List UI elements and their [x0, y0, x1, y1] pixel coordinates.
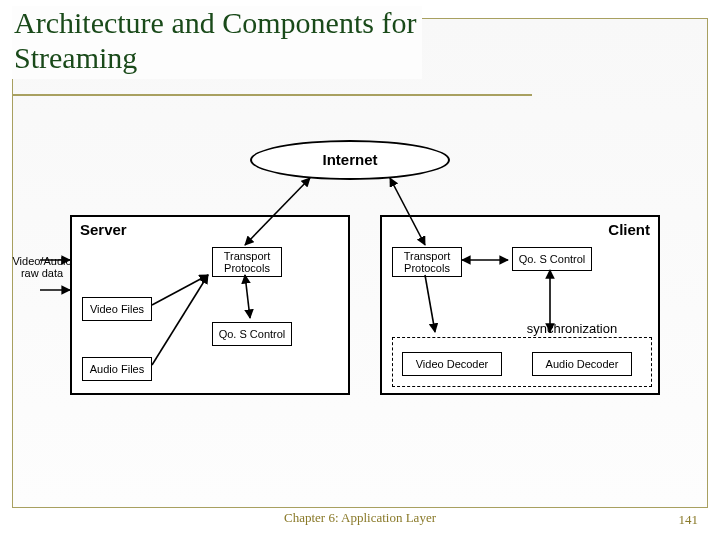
video-decoder-box: Video Decoder [402, 352, 502, 376]
video-files-box: Video Files [82, 297, 152, 321]
page-number: 141 [679, 512, 699, 528]
client-qos-box: Qo. S Control [512, 247, 592, 271]
internet-node: Internet [250, 140, 450, 180]
server-qos-box: Qo. S Control [212, 322, 292, 346]
title-box: Architecture and Components for Streamin… [12, 6, 422, 79]
raw-data-label-l1: Video/Audio [12, 255, 71, 267]
server-box: Server Video Files Audio Files Transport… [70, 215, 350, 395]
title-underline [12, 94, 532, 96]
audio-files-box: Audio Files [82, 357, 152, 381]
server-transport-box: Transport Protocols [212, 247, 282, 277]
slide-title-line-1: Architecture and Components for [14, 6, 416, 41]
sync-label: synchronization [512, 322, 632, 336]
slide-title-line-2: Streaming [14, 41, 416, 76]
client-box: Client Transport Protocols Qo. S Control… [380, 215, 660, 395]
architecture-diagram: Internet Server Video Files Audio Files … [40, 140, 660, 420]
client-title: Client [608, 221, 650, 238]
audio-decoder-box: Audio Decoder [532, 352, 632, 376]
raw-data-label-l2: raw data [21, 267, 63, 279]
footer-text: Chapter 6: Application Layer [0, 510, 720, 526]
server-title: Server [80, 221, 127, 238]
client-transport-box: Transport Protocols [392, 247, 462, 277]
raw-data-label: Video/Audio raw data [12, 255, 72, 279]
